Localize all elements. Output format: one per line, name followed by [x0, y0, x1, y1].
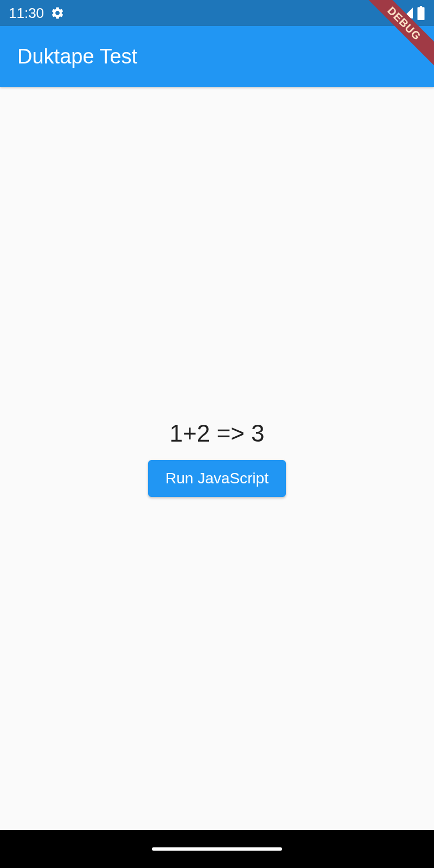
navigation-bar	[0, 830, 434, 868]
status-bar: 11:30	[0, 0, 434, 26]
main-content: 1+2 => 3 Run JavaScript	[0, 87, 434, 830]
run-javascript-button[interactable]: Run JavaScript	[148, 460, 286, 497]
wifi-icon	[382, 7, 398, 20]
app-title: Duktape Test	[17, 45, 137, 68]
gear-icon	[50, 6, 65, 20]
app-bar: Duktape Test	[0, 26, 434, 87]
result-text: 1+2 => 3	[170, 420, 265, 447]
battery-icon	[417, 6, 425, 20]
status-right	[382, 6, 425, 20]
nav-handle[interactable]	[152, 847, 282, 851]
signal-icon	[400, 7, 414, 20]
status-time: 11:30	[9, 5, 44, 22]
status-left: 11:30	[9, 5, 65, 22]
